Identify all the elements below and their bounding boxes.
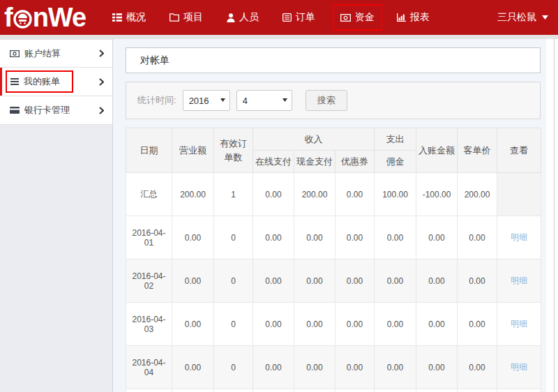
table-cell — [294, 389, 335, 392]
table-row-clipped — [126, 389, 541, 392]
table-cell: 0.00 — [294, 346, 335, 389]
table-cell: 0.00 — [172, 216, 214, 259]
page-title: 对帐单 — [140, 54, 169, 66]
table-cell: 0.00 — [335, 346, 375, 389]
table-cell — [375, 389, 416, 392]
logo-text-part2: nWe — [33, 0, 86, 35]
table-cell: 0.00 — [253, 303, 294, 346]
money-icon — [340, 14, 351, 22]
th-list-icon — [112, 13, 122, 22]
table-cell: 0.00 — [294, 216, 335, 259]
page-title-box: 对帐单 — [126, 47, 541, 73]
table-cell: 0.00 — [375, 216, 416, 259]
nav-item-projects[interactable]: 项目 — [163, 6, 209, 29]
sidebar: 账户结算 我的账单 银行卡管理 — [0, 39, 113, 392]
table-cell: 0.00 — [335, 303, 375, 346]
nav-item-overview[interactable]: 概况 — [106, 6, 152, 29]
table-cell: 0.00 — [253, 346, 294, 389]
active-indicator — [0, 68, 2, 96]
col-header-expense: 支出 — [375, 128, 416, 151]
main-content: 对帐单 统计时间: 2016 4 搜索 — [113, 39, 546, 392]
detail-link[interactable]: 明细 — [511, 319, 527, 329]
table-cell — [253, 389, 294, 392]
table-cell: 汇总 — [126, 173, 172, 216]
billing-table-wrap: 日期 营业额 有效订单数 收入 支出 入账金额 客单价 查看 在线支付 现金支付… — [126, 128, 541, 392]
table-cell: 1 — [214, 173, 253, 216]
nav-item-people[interactable]: 人员 — [220, 6, 265, 29]
logo-text-part1: f — [4, 0, 13, 35]
nav-item-funds[interactable]: 资金 — [333, 4, 382, 31]
brand-logo[interactable]: f nWe — [0, 0, 106, 35]
table-cell: 0.00 — [172, 346, 214, 389]
bar-chart-icon — [397, 13, 406, 22]
table-cell: 0.00 — [458, 216, 497, 259]
table-cell: 2016-04-02 — [126, 259, 172, 303]
table-cell: 0.00 — [416, 216, 458, 259]
table-cell — [416, 389, 458, 392]
table-cell: 明细 — [497, 259, 541, 303]
table-cell: 0.00 — [253, 173, 294, 216]
main-nav: 概况 项目 人员 订单 — [106, 0, 447, 35]
sidebar-item-label: 银行卡管理 — [24, 104, 70, 116]
nav-label: 资金 — [355, 11, 375, 24]
nav-label: 项目 — [183, 11, 203, 24]
user-menu[interactable]: 三只松鼠 — [497, 11, 558, 24]
table-cell: 0.00 — [375, 303, 416, 346]
annotation-highlight-box: 我的账单 — [6, 70, 73, 93]
year-select-wrap: 2016 — [183, 90, 230, 111]
table-cell: 200.00 — [294, 173, 335, 216]
table-cell: 0.00 — [172, 303, 214, 346]
col-header-cash-pay: 现金支付 — [294, 151, 335, 173]
table-cell: 0.00 — [335, 259, 375, 303]
table-cell: 0.00 — [375, 346, 416, 389]
filter-bar: 统计时间: 2016 4 搜索 — [126, 82, 541, 119]
table-cell: -100.00 — [416, 173, 458, 216]
table-cell — [214, 389, 253, 392]
nav-item-orders[interactable]: 订单 — [276, 6, 322, 29]
table-cell: 0 — [214, 216, 253, 259]
nav-label: 概况 — [126, 11, 146, 24]
detail-link[interactable]: 明细 — [511, 276, 527, 285]
nav-item-reports[interactable]: 报表 — [391, 6, 436, 29]
table-cell: 0 — [214, 346, 253, 389]
table-cell: 100.00 — [375, 173, 416, 216]
table-cell: 0.00 — [335, 216, 375, 259]
search-button[interactable]: 搜索 — [306, 90, 347, 111]
table-cell: 0.00 — [172, 259, 214, 303]
detail-link[interactable]: 明细 — [511, 362, 527, 372]
table-cell: 200.00 — [172, 173, 214, 216]
detail-link[interactable]: 明细 — [511, 232, 527, 242]
col-header-revenue: 营业额 — [172, 128, 214, 173]
sidebar-filler — [0, 125, 112, 392]
logo-a-icon — [13, 10, 32, 29]
col-header-avg-order-value: 客单价 — [458, 128, 497, 173]
col-header-income: 收入 — [253, 128, 375, 151]
list-icon — [10, 78, 19, 85]
col-header-valid-orders: 有效订单数 — [214, 128, 253, 173]
year-select[interactable]: 2016 — [183, 90, 230, 111]
month-select[interactable]: 4 — [236, 90, 292, 111]
table-cell — [335, 389, 375, 392]
username: 三只松鼠 — [497, 11, 536, 24]
filter-label: 统计时间: — [137, 94, 176, 107]
table-row: 2016-04-01 0.00 0 0.00 0.00 0.00 0.00 0.… — [126, 216, 541, 259]
table-cell: 2016-04-04 — [126, 346, 172, 389]
nav-label: 报表 — [410, 11, 430, 24]
nav-label: 人员 — [239, 11, 259, 24]
table-cell: 2016-04-03 — [126, 303, 172, 346]
table-cell: 0.00 — [253, 216, 294, 259]
table-cell: 0.00 — [458, 259, 497, 303]
table-cell — [497, 173, 541, 216]
table-row: 2016-04-04 0.00 0 0.00 0.00 0.00 0.00 0.… — [126, 346, 541, 389]
sidebar-item-bank-cards[interactable]: 银行卡管理 — [0, 96, 112, 125]
sidebar-item-my-bills[interactable]: 我的账单 — [0, 68, 112, 96]
user-icon — [227, 13, 235, 22]
table-cell: 明细 — [497, 216, 541, 259]
table-cell: 0.00 — [416, 346, 458, 389]
table-cell — [126, 389, 172, 392]
sidebar-item-account-settlement[interactable]: 账户结算 — [0, 39, 112, 68]
table-cell — [497, 389, 541, 392]
table-cell: 0.00 — [416, 303, 458, 346]
sidebar-item-label: 账户结算 — [24, 47, 61, 60]
table-cell: 0.00 — [253, 259, 294, 303]
